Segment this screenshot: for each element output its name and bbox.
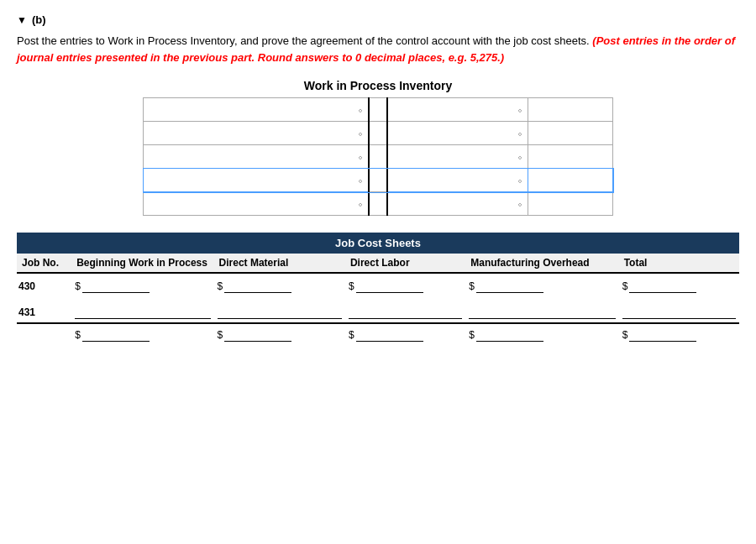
wip-left-select-3[interactable] — [147, 151, 365, 163]
jcs-mfg-430: $ — [465, 273, 618, 296]
jcs-section: Job Cost Sheets Job No. Beginning Work i… — [17, 233, 739, 345]
wip-right-input-1[interactable] — [532, 104, 609, 116]
jcs-dl-input-430[interactable] — [356, 279, 423, 293]
wip-left-select-wrapper-5: ⬦ — [147, 198, 365, 210]
wip-right-select-wrapper-3: ⬦ — [391, 151, 524, 163]
jcs-total-mfg: $ — [465, 323, 618, 345]
wip-left-select-2[interactable] — [147, 128, 365, 139]
jcs-beginning-input-431[interactable] — [75, 305, 210, 319]
wip-right-select-cell-4: ⬦ — [387, 169, 528, 192]
wip-right-select-5[interactable] — [391, 198, 524, 210]
wip-divider-2 — [369, 122, 387, 145]
wip-right-value-cell-1 — [528, 98, 613, 122]
jcs-beginning-430: $ — [71, 273, 213, 296]
jcs-dl-dollar-430: $ — [349, 279, 462, 293]
jcs-header-direct-labor: Direct Labor — [345, 254, 465, 273]
dollar-sign-mfg-430: $ — [469, 280, 475, 292]
wip-divider-1 — [369, 98, 387, 122]
wip-right-input-3[interactable] — [532, 151, 609, 163]
wip-left-cell-3: ⬦ — [144, 145, 369, 169]
wip-section: Work in Process Inventory ⬦ — [143, 79, 613, 216]
jcs-beginning-input-430[interactable] — [82, 279, 150, 293]
wip-row-5: ⬦ ⬦ — [144, 192, 613, 216]
jcs-header-job-no: Job No. — [17, 254, 71, 273]
jcs-header-beginning-work: Beginning Work in Process — [71, 254, 213, 273]
jcs-total-dl-dollar: $ — [349, 327, 462, 342]
jcs-total-input-431[interactable] — [622, 305, 736, 319]
jcs-total-bw: $ — [71, 323, 213, 345]
wip-right-input-5[interactable] — [532, 198, 609, 210]
jcs-job-no-430: 430 — [17, 273, 71, 296]
dollar-sign-bw-430: $ — [75, 280, 81, 292]
jcs-total-mfg-input[interactable] — [476, 327, 543, 342]
jcs-dl-431 — [345, 296, 465, 323]
wip-right-select-wrapper-5: ⬦ — [391, 198, 524, 210]
wip-right-select-wrapper-1: ⬦ — [391, 104, 524, 116]
wip-right-select-cell-3: ⬦ — [387, 145, 528, 169]
wip-right-select-1[interactable] — [391, 104, 524, 116]
dollar-sign-total-dl: $ — [349, 329, 354, 341]
jcs-title: Job Cost Sheets — [17, 233, 739, 254]
wip-divider-5 — [369, 192, 387, 216]
jcs-total-total-dollar: $ — [622, 327, 736, 342]
jcs-beginning-dollar-430: $ — [75, 279, 210, 293]
wip-left-cell-4: ⬦ — [144, 169, 369, 192]
jcs-mfg-input-430[interactable] — [476, 279, 543, 293]
wip-left-select-wrapper-1: ⬦ — [147, 104, 365, 116]
wip-left-select-5[interactable] — [147, 198, 365, 210]
dollar-sign-dl-430: $ — [349, 280, 354, 292]
jcs-dm-430: $ — [214, 273, 345, 296]
wip-right-select-3[interactable] — [391, 151, 524, 163]
jcs-header-manufacturing-overhead: Manufacturing Overhead — [465, 254, 618, 273]
jcs-total-430: $ — [619, 273, 739, 296]
instructions-plain: Post the entries to Work in Process Inve… — [17, 34, 590, 47]
triangle-icon: ▼ — [17, 14, 27, 26]
jcs-total-label — [17, 323, 71, 345]
jcs-total-dm: $ — [214, 323, 345, 345]
wip-left-cell-2: ⬦ — [144, 122, 369, 145]
jcs-beginning-431 — [71, 296, 213, 323]
instructions: Post the entries to Work in Process Inve… — [17, 33, 739, 65]
dollar-sign-total-430: $ — [622, 280, 628, 292]
wip-title: Work in Process Inventory — [143, 79, 613, 92]
dollar-sign-total-total: $ — [622, 329, 628, 341]
wip-left-select-wrapper-2: ⬦ — [147, 128, 365, 139]
jcs-total-dm-input[interactable] — [224, 327, 291, 342]
jcs-header-row: Job No. Beginning Work in Process Direct… — [17, 254, 739, 273]
jcs-total-mfg-dollar: $ — [469, 327, 615, 342]
dollar-sign-total-dm: $ — [218, 329, 223, 341]
wip-left-select-1[interactable] — [147, 104, 365, 116]
jcs-total-total: $ — [619, 323, 739, 345]
jcs-mfg-dollar-430: $ — [469, 279, 615, 293]
jcs-header-direct-material: Direct Material — [214, 254, 345, 273]
jcs-dl-input-431[interactable] — [349, 305, 462, 319]
jcs-mfg-431 — [465, 296, 618, 323]
dollar-sign-total-bw: $ — [75, 329, 81, 341]
wip-left-cell-5: ⬦ — [144, 192, 369, 216]
jcs-mfg-input-431[interactable] — [469, 305, 615, 319]
wip-table: ⬦ ⬦ — [143, 97, 613, 216]
wip-right-input-4[interactable] — [532, 175, 609, 186]
wip-right-select-wrapper-2: ⬦ — [391, 128, 524, 139]
wip-left-select-wrapper-3: ⬦ — [147, 151, 365, 163]
jcs-total-bw-input[interactable] — [82, 327, 150, 342]
wip-left-cell-1: ⬦ — [144, 98, 369, 122]
jcs-total-dollar-430: $ — [622, 279, 736, 293]
jcs-total-input-430[interactable] — [629, 279, 696, 293]
wip-right-value-cell-4 — [528, 169, 613, 192]
jcs-header-total: Total — [619, 254, 739, 273]
wip-right-input-2[interactable] — [532, 128, 609, 139]
wip-right-select-2[interactable] — [391, 128, 524, 139]
jcs-total-total-input[interactable] — [629, 327, 696, 342]
wip-divider-4 — [369, 169, 387, 192]
wip-right-select-wrapper-4: ⬦ — [391, 175, 524, 186]
dollar-sign-total-mfg: $ — [469, 329, 475, 341]
wip-row-2: ⬦ ⬦ — [144, 122, 613, 145]
jcs-dm-input-431[interactable] — [218, 305, 342, 319]
jcs-dm-input-430[interactable] — [224, 279, 291, 293]
wip-left-select-4[interactable] — [147, 175, 365, 186]
jcs-total-dl: $ — [345, 323, 465, 345]
jcs-total-dl-input[interactable] — [356, 327, 423, 342]
wip-row-1: ⬦ ⬦ — [144, 98, 613, 122]
wip-right-select-4[interactable] — [391, 175, 524, 186]
